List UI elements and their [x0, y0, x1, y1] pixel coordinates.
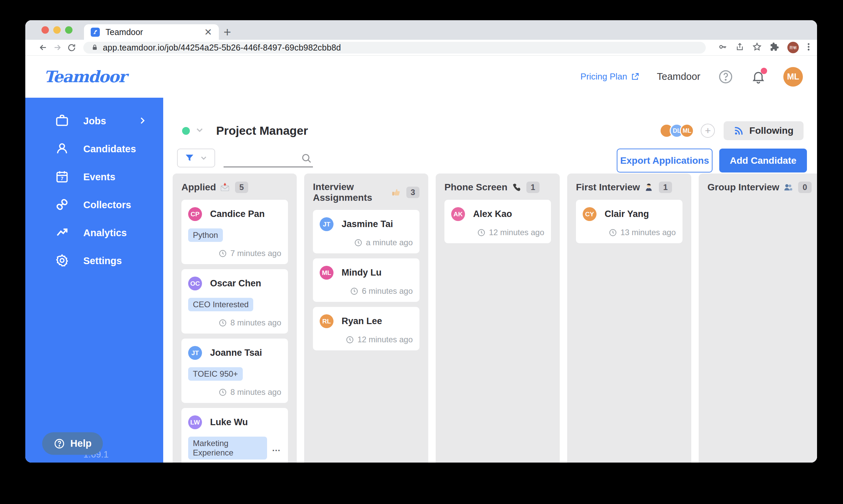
card-timestamp: a minute ago — [366, 238, 413, 247]
org-name[interactable]: Teamdoor — [657, 71, 700, 82]
filter-funnel-icon — [185, 153, 194, 163]
job-title: Project Manager — [216, 124, 308, 138]
rss-icon — [734, 126, 744, 136]
address-bar[interactable]: app.teamdoor.io/job/44254a25-5b26-446f-8… — [83, 42, 706, 54]
sidebar: JobsCandidates7EventsCollectorsAnalytics… — [25, 98, 163, 463]
mail-icon — [220, 183, 230, 192]
follower-avatar[interactable]: ML — [680, 124, 694, 138]
following-label: Following — [749, 125, 793, 136]
column-count-badge: 1 — [659, 182, 672, 193]
status-chevron-down-icon[interactable] — [194, 125, 205, 137]
notification-badge — [761, 68, 767, 74]
search-field[interactable] — [224, 148, 313, 167]
forward-icon[interactable] — [50, 43, 64, 52]
window-controls[interactable] — [41, 26, 72, 34]
candidate-card[interactable]: CP Candice Pan Python 7 minutes ago — [182, 200, 288, 264]
sidebar-item-jobs[interactable]: Jobs — [25, 107, 163, 135]
search-input[interactable] — [224, 148, 299, 166]
candidate-name: Jasmine Tai — [342, 219, 393, 230]
url-bar: app.teamdoor.io/job/44254a25-5b26-446f-8… — [25, 40, 817, 56]
sidebar-item-label: Jobs — [83, 115, 106, 127]
sidebar-item-collectors[interactable]: Collectors — [25, 191, 163, 219]
board-column-applied: Applied 5 CP Candice Pan Python 7 minute… — [173, 174, 297, 463]
clock-icon — [219, 319, 227, 327]
candidate-name: Ryan Lee — [342, 316, 382, 326]
candidate-avatar: JT — [188, 346, 202, 360]
browser-tab[interactable]: Teamdoor ✕ — [84, 24, 219, 40]
candidate-card[interactable]: JT Jasmine Tai a minute ago — [313, 210, 419, 253]
sidebar-item-analytics[interactable]: Analytics — [25, 219, 163, 247]
search-icon — [301, 152, 312, 164]
help-button-label: Help — [70, 438, 92, 449]
sidebar-item-label: Candidates — [83, 144, 136, 155]
teamdoor-favicon-icon — [91, 28, 100, 37]
phone-icon — [512, 183, 521, 192]
extensions-puzzle-icon[interactable] — [770, 42, 779, 53]
candidate-name: Clair Yang — [605, 209, 649, 219]
password-key-icon[interactable] — [718, 42, 727, 53]
board-column-interview-assignments: Interview Assignments 3 JT Jasmine Tai a… — [304, 174, 428, 463]
sidebar-item-candidates[interactable]: Candidates — [25, 135, 163, 163]
share-icon[interactable] — [736, 42, 744, 53]
tab-title: Teamdoor — [105, 27, 204, 37]
candidate-card[interactable]: LW Luke Wu Marketing Experience… 8 minut… — [182, 408, 288, 463]
link-icon — [55, 197, 69, 213]
new-tab-button[interactable]: + — [224, 25, 231, 39]
sidebar-item-settings[interactable]: Settings — [25, 247, 163, 275]
bookmark-star-icon[interactable] — [752, 42, 762, 53]
candidate-tag: Python — [188, 229, 223, 242]
thumbs-up-icon — [392, 188, 401, 197]
clock-icon — [350, 287, 358, 295]
following-button[interactable]: Following — [724, 121, 804, 140]
candidate-card[interactable]: AK Alex Kao 12 minutes ago — [444, 200, 551, 243]
sidebar-item-events[interactable]: 7Events — [25, 163, 163, 191]
card-timestamp: 13 minutes ago — [620, 228, 676, 237]
back-icon[interactable] — [36, 43, 50, 52]
column-count-badge: 5 — [235, 182, 248, 193]
column-name: Group Interview — [707, 182, 779, 193]
add-candidate-button[interactable]: Add Candidate — [719, 148, 807, 173]
user-avatar[interactable]: ML — [783, 67, 803, 87]
candidate-name: Candice Pan — [210, 209, 265, 219]
follower-avatar-stack[interactable]: DLML — [664, 124, 694, 138]
notifications-bell-icon[interactable] — [751, 69, 766, 84]
people-icon — [783, 183, 793, 192]
teamdoor-logo[interactable]: Teamdoor — [44, 67, 126, 86]
help-circle-icon[interactable] — [718, 69, 734, 85]
candidate-card[interactable]: RL Ryan Lee 12 minutes ago — [313, 307, 419, 350]
candidate-tag: CEO Interested — [188, 298, 253, 311]
column-name: First Interview — [576, 182, 640, 193]
clock-icon — [477, 229, 485, 237]
lock-icon — [91, 43, 98, 52]
clock-icon — [609, 229, 617, 237]
close-window-button[interactable] — [41, 26, 49, 34]
zoom-window-button[interactable] — [65, 26, 72, 34]
export-applications-button[interactable]: Export Applications — [617, 148, 712, 173]
candidate-tag: Marketing Experience — [188, 437, 267, 460]
clock-icon — [354, 238, 362, 247]
pricing-plan-link[interactable]: Pricing Plan — [580, 71, 639, 82]
candidate-avatar: ML — [320, 266, 333, 280]
kebab-menu-icon[interactable] — [807, 42, 810, 53]
add-follower-button[interactable]: + — [701, 124, 715, 138]
candidate-card[interactable]: JT Joanne Tsai TOEIC 950+ 8 minutes ago — [182, 339, 288, 403]
clock-icon — [219, 388, 227, 397]
candidate-name: Joanne Tsai — [210, 348, 262, 358]
candidate-card[interactable]: ML Mindy Lu 6 minutes ago — [313, 258, 419, 302]
candidate-name: Mindy Lu — [342, 268, 381, 278]
reload-icon[interactable] — [64, 43, 79, 52]
help-button[interactable]: Help — [42, 432, 103, 455]
trend-icon — [55, 226, 69, 241]
column-count-badge: 3 — [406, 187, 419, 198]
main-content: Project Manager DLML + Following Export … — [163, 98, 817, 463]
candidate-card[interactable]: OC Oscar Chen CEO Interested 8 minutes a… — [182, 269, 288, 334]
minimize-window-button[interactable] — [53, 26, 61, 34]
pricing-plan-label: Pricing Plan — [580, 71, 627, 82]
help-question-icon — [54, 438, 65, 449]
card-timestamp: 12 minutes ago — [489, 228, 544, 237]
chrome-profile-avatar[interactable]: 慈敏 — [787, 42, 799, 53]
browser-window: Teamdoor ✕ + app.teamdoor.io/job/44254a2… — [25, 20, 817, 463]
candidate-card[interactable]: CY Clair Yang 13 minutes ago — [576, 200, 683, 243]
filter-button[interactable] — [177, 148, 215, 167]
tab-close-icon[interactable]: ✕ — [204, 26, 212, 38]
